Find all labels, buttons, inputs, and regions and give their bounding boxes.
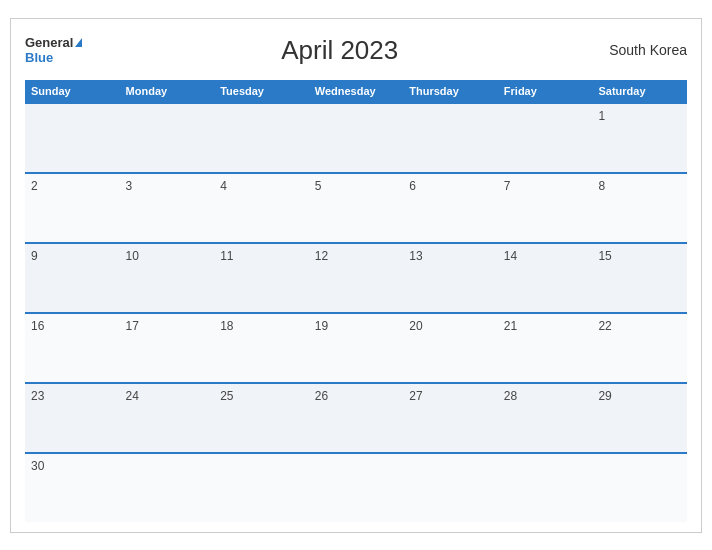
- day-cell-3-5: 21: [498, 314, 593, 382]
- country-label: South Korea: [597, 42, 687, 58]
- day-cell-0-1: [120, 104, 215, 172]
- day-cell-1-3: 5: [309, 174, 404, 242]
- day-number: 29: [598, 389, 611, 403]
- day-number: 25: [220, 389, 233, 403]
- day-number: 10: [126, 249, 139, 263]
- day-cell-5-1: [120, 454, 215, 522]
- calendar-header: General Blue April 2023 South Korea: [25, 35, 687, 66]
- day-number: 6: [409, 179, 416, 193]
- day-header-saturday: Saturday: [592, 80, 687, 102]
- day-number: 5: [315, 179, 322, 193]
- day-cell-2-5: 14: [498, 244, 593, 312]
- day-number: 7: [504, 179, 511, 193]
- day-number: 8: [598, 179, 605, 193]
- day-number: 20: [409, 319, 422, 333]
- logo-triangle-icon: [75, 38, 82, 47]
- week-row-5: 23242526272829: [25, 382, 687, 452]
- day-cell-3-2: 18: [214, 314, 309, 382]
- day-number: 27: [409, 389, 422, 403]
- day-header-tuesday: Tuesday: [214, 80, 309, 102]
- day-cell-2-4: 13: [403, 244, 498, 312]
- week-row-4: 16171819202122: [25, 312, 687, 382]
- day-cell-1-0: 2: [25, 174, 120, 242]
- day-headers-row: Sunday Monday Tuesday Wednesday Thursday…: [25, 80, 687, 102]
- day-cell-5-5: [498, 454, 593, 522]
- day-cell-0-4: [403, 104, 498, 172]
- day-cell-3-4: 20: [403, 314, 498, 382]
- day-cell-4-1: 24: [120, 384, 215, 452]
- day-header-wednesday: Wednesday: [309, 80, 404, 102]
- day-cell-0-3: [309, 104, 404, 172]
- day-header-thursday: Thursday: [403, 80, 498, 102]
- day-header-friday: Friday: [498, 80, 593, 102]
- day-cell-2-1: 10: [120, 244, 215, 312]
- month-title: April 2023: [82, 35, 597, 66]
- day-cell-0-2: [214, 104, 309, 172]
- day-number: 18: [220, 319, 233, 333]
- day-cell-2-2: 11: [214, 244, 309, 312]
- day-cell-4-4: 27: [403, 384, 498, 452]
- day-number: 24: [126, 389, 139, 403]
- day-number: 30: [31, 459, 44, 473]
- day-cell-3-6: 22: [592, 314, 687, 382]
- week-row-6: 30: [25, 452, 687, 522]
- day-cell-5-0: 30: [25, 454, 120, 522]
- day-cell-3-0: 16: [25, 314, 120, 382]
- day-number: 16: [31, 319, 44, 333]
- day-number: 17: [126, 319, 139, 333]
- day-number: 9: [31, 249, 38, 263]
- day-cell-0-0: [25, 104, 120, 172]
- day-header-monday: Monday: [120, 80, 215, 102]
- day-cell-3-1: 17: [120, 314, 215, 382]
- logo: General Blue: [25, 36, 82, 65]
- day-number: 2: [31, 179, 38, 193]
- day-cell-5-2: [214, 454, 309, 522]
- day-cell-4-2: 25: [214, 384, 309, 452]
- day-cell-5-4: [403, 454, 498, 522]
- day-number: 12: [315, 249, 328, 263]
- day-number: 11: [220, 249, 233, 263]
- day-number: 1: [598, 109, 605, 123]
- week-row-2: 2345678: [25, 172, 687, 242]
- day-cell-1-1: 3: [120, 174, 215, 242]
- day-number: 14: [504, 249, 517, 263]
- calendar: General Blue April 2023 South Korea Sund…: [10, 18, 702, 533]
- calendar-grid: 1234567891011121314151617181920212223242…: [25, 102, 687, 522]
- day-cell-4-3: 26: [309, 384, 404, 452]
- day-cell-4-5: 28: [498, 384, 593, 452]
- logo-general-text: General: [25, 36, 73, 49]
- day-number: 15: [598, 249, 611, 263]
- day-number: 4: [220, 179, 227, 193]
- day-cell-1-4: 6: [403, 174, 498, 242]
- day-cell-2-6: 15: [592, 244, 687, 312]
- day-cell-1-2: 4: [214, 174, 309, 242]
- day-header-sunday: Sunday: [25, 80, 120, 102]
- day-number: 22: [598, 319, 611, 333]
- day-cell-1-5: 7: [498, 174, 593, 242]
- day-cell-2-3: 12: [309, 244, 404, 312]
- day-number: 13: [409, 249, 422, 263]
- day-cell-2-0: 9: [25, 244, 120, 312]
- day-number: 19: [315, 319, 328, 333]
- day-cell-4-6: 29: [592, 384, 687, 452]
- day-cell-1-6: 8: [592, 174, 687, 242]
- day-cell-5-3: [309, 454, 404, 522]
- day-number: 26: [315, 389, 328, 403]
- week-row-1: 1: [25, 102, 687, 172]
- day-cell-0-5: [498, 104, 593, 172]
- week-row-3: 9101112131415: [25, 242, 687, 312]
- day-cell-0-6: 1: [592, 104, 687, 172]
- day-number: 28: [504, 389, 517, 403]
- day-cell-4-0: 23: [25, 384, 120, 452]
- day-number: 3: [126, 179, 133, 193]
- day-cell-3-3: 19: [309, 314, 404, 382]
- day-cell-5-6: [592, 454, 687, 522]
- day-number: 23: [31, 389, 44, 403]
- logo-blue-text: Blue: [25, 50, 53, 65]
- day-number: 21: [504, 319, 517, 333]
